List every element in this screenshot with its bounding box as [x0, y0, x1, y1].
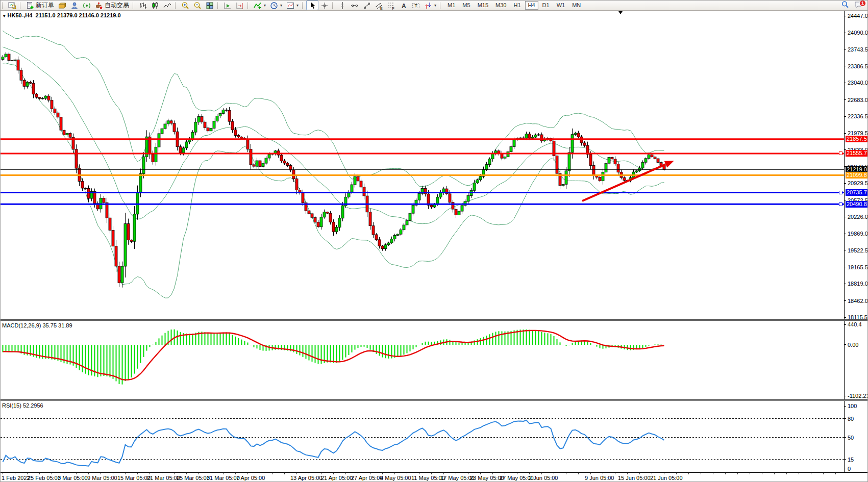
shift-chart-button[interactable] [234, 1, 246, 10]
trend-arrow[interactable] [582, 161, 674, 201]
time-axis-tick [260, 473, 260, 474]
timeframe-d1-button[interactable]: D1 [539, 1, 553, 10]
cursor-button[interactable] [306, 1, 318, 10]
chat-button[interactable]: 1 [853, 1, 863, 10]
support-button[interactable] [68, 1, 81, 10]
text-button[interactable]: A [398, 1, 410, 10]
timeframe-w1-button[interactable]: W1 [554, 1, 568, 10]
time-axis-tick [223, 473, 224, 474]
template-button[interactable]: ▾ [284, 1, 301, 10]
chart-menu-caret[interactable]: ▾ [3, 13, 6, 18]
new-order-button[interactable]: 新订单 [24, 1, 56, 10]
time-axis-tick [345, 473, 346, 474]
time-axis-tick [762, 473, 762, 474]
time-axis-tick [150, 473, 150, 474]
time-axis-label: 3 Mar 05:00 [58, 475, 88, 481]
timeframe-m30-button[interactable]: M30 [492, 1, 509, 10]
time-axis-label: 9 Jun 05:00 [585, 475, 614, 481]
timeframe-mn-button[interactable]: MN [569, 1, 584, 10]
tile-windows-button[interactable] [204, 1, 216, 10]
timeframe-m15-button[interactable]: M15 [475, 1, 491, 10]
chart-title: ▾HK50-,H4 21151.0 21379.0 21146.0 21219.… [3, 12, 121, 18]
toolbar-group-grip [20, 2, 22, 9]
price-level-badge: 20490.8 [846, 201, 868, 208]
arrows-button[interactable]: ▾ [422, 1, 438, 10]
add-indicator-button[interactable]: ▾ [252, 1, 268, 10]
axis-tick-label: 19869.0 [848, 231, 868, 237]
label-button[interactable]: T [410, 1, 422, 10]
axis-tick-label: 22336.5 [848, 113, 868, 119]
crosshair-button[interactable] [318, 1, 331, 10]
rsi-panel-separator[interactable] [1, 399, 868, 401]
chart-profile-button[interactable] [6, 1, 18, 10]
signal-button[interactable] [81, 1, 93, 10]
time-axis-tick [443, 473, 444, 474]
autoscroll-button[interactable] [221, 1, 234, 10]
rsi-layer [1, 419, 844, 466]
time-axis-tick [272, 473, 272, 474]
search-button[interactable] [840, 1, 850, 10]
deposit-icon [58, 2, 66, 10]
dropdown-caret-icon[interactable]: ▾ [296, 3, 299, 8]
fibonacci-button[interactable]: F [385, 1, 398, 10]
toolbar-group-grip [175, 2, 177, 9]
hline-button[interactable] [349, 1, 361, 10]
axis-tick-label: 20929.5 [848, 180, 868, 186]
toolbar-group-grip [247, 2, 250, 9]
axis-tick-label: 80 [848, 416, 854, 422]
dropdown-caret-icon[interactable]: ▾ [264, 3, 266, 8]
mt4-window: 新订单自动交易▾▾▾EFAT▾M1M5M15M30H1H4D1W1MN1 ▾HK… [0, 0, 868, 482]
line-anchor-handle[interactable] [839, 202, 842, 206]
cursor-icon [308, 2, 316, 10]
time-axis-tick [615, 473, 615, 474]
time-axis-tick [786, 473, 787, 474]
time-axis-tick [333, 473, 334, 474]
time-axis-label: 21 Jun 05:00 [650, 475, 683, 481]
time-axis-tick [639, 473, 640, 474]
timeframe-h1-button[interactable]: H1 [510, 1, 524, 10]
deposit-button[interactable] [56, 1, 68, 10]
line-anchor-handle[interactable] [839, 151, 842, 155]
dropdown-caret-icon[interactable]: ▾ [434, 3, 436, 8]
period-button[interactable]: ▾ [268, 1, 284, 10]
time-axis-tick [566, 473, 566, 474]
time-axis-tick [125, 473, 126, 474]
time-axis-tick [688, 473, 689, 474]
line-chart-button[interactable] [161, 1, 173, 10]
zoom-out-button[interactable] [191, 1, 204, 10]
macd-panel-separator[interactable] [1, 319, 868, 321]
time-axis-tick [382, 473, 383, 474]
autotrade-button[interactable]: 自动交易 [93, 1, 131, 10]
axis-tick-label: -1102.21 [848, 393, 868, 399]
time-axis-label: 27 Apr 05:00 [351, 475, 383, 481]
trendline-button[interactable] [361, 1, 373, 10]
macd-layer [3, 329, 664, 385]
time-axis-tick [701, 473, 701, 474]
zoom-out-icon [193, 2, 202, 10]
time-axis[interactable]: 1 Feb 202225 Feb 05:003 Mar 05:009 Mar 0… [1, 473, 868, 482]
price-level-badge: 21099.8 [846, 172, 868, 179]
time-axis-tick [52, 473, 52, 474]
bars-chart-button[interactable] [137, 1, 149, 10]
time-axis-tick [603, 473, 603, 474]
time-axis-label: 1 Feb 2022 [2, 475, 30, 481]
toolbar-button-label: 新订单 [36, 1, 54, 10]
timeframe-m5-button[interactable]: M5 [459, 1, 473, 10]
price-axis-border [844, 11, 845, 472]
fibonacci-icon: F [387, 2, 395, 10]
time-axis-tick [113, 473, 113, 474]
timeframe-h4-button[interactable]: H4 [525, 1, 538, 10]
channel-button[interactable]: E [373, 1, 385, 10]
dropdown-caret-icon[interactable]: ▾ [280, 3, 282, 8]
time-axis-label: 21 Apr 05:00 [321, 475, 353, 481]
candles-chart-button[interactable] [149, 1, 161, 10]
line-anchor-handle[interactable] [839, 191, 842, 194]
text-icon: A [400, 2, 408, 10]
time-axis-tick [554, 473, 554, 474]
chart-canvas[interactable] [1, 1, 844, 482]
timeframe-m1-button[interactable]: M1 [444, 1, 458, 10]
zoom-in-button[interactable] [179, 1, 191, 10]
axis-tick-label: 440.4 [848, 321, 862, 327]
vline-button[interactable] [336, 1, 349, 10]
price-axis[interactable]: 24447.024090.023743.523386.523040.022683… [844, 11, 868, 472]
